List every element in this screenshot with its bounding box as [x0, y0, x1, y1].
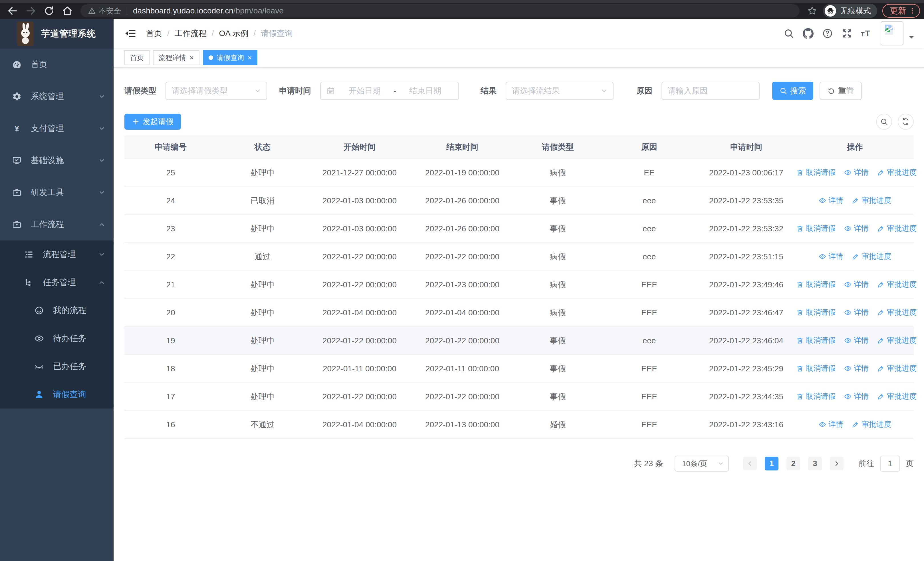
action-detail[interactable]: 详情 [844, 279, 868, 289]
action-detail[interactable]: 详情 [844, 223, 868, 233]
page-button-2[interactable]: 2 [786, 457, 800, 471]
security-chip[interactable]: 不安全 [88, 6, 121, 16]
cell-reason: EE [602, 159, 696, 187]
cell-actions: 取消请假详情审批进度 [796, 383, 914, 411]
cell-type: 病假 [514, 159, 602, 187]
breadcrumb-item[interactable]: OA 示例 [219, 28, 249, 39]
url-bar[interactable]: 不安全 dashboard.yudao.iocoder.cn/bpm/oa/le… [81, 4, 800, 17]
search-button[interactable]: 搜索 [772, 82, 813, 100]
tab-0[interactable]: 首页 [124, 50, 150, 65]
reload-icon[interactable] [44, 5, 55, 17]
action-progress[interactable]: 审批进度 [877, 307, 916, 317]
sidebar-item-done-task[interactable]: 已办任务 [0, 352, 114, 381]
action-progress[interactable]: 审批进度 [877, 363, 916, 373]
logo-avatar [17, 22, 34, 46]
sidebar-item-process-mgmt[interactable]: 流程管理 [0, 241, 114, 269]
forward-icon[interactable] [25, 5, 36, 17]
avatar[interactable] [880, 21, 903, 45]
action-detail[interactable]: 详情 [844, 307, 868, 317]
action-progress[interactable]: 审批进度 [877, 167, 916, 177]
breadcrumb-item[interactable]: 工作流程 [175, 28, 207, 39]
home-icon[interactable] [62, 5, 73, 17]
action-detail[interactable]: 详情 [819, 196, 843, 205]
action-progress[interactable]: 审批进度 [852, 419, 891, 429]
cell-reason: eee [602, 187, 696, 215]
sidebar-item-workflow[interactable]: 工作流程 [0, 209, 114, 241]
help-icon[interactable] [818, 24, 837, 43]
chevron-down-icon[interactable] [908, 33, 915, 41]
date-range-picker[interactable]: 开始日期 - 结束日期 [320, 82, 459, 100]
sidebar-item-payment[interactable]: ¥支付管理 [0, 113, 114, 144]
page-button-1[interactable]: 1 [765, 457, 778, 471]
update-button[interactable]: 更新 [882, 4, 920, 18]
action-detail[interactable]: 详情 [844, 363, 868, 373]
refresh-table-button[interactable] [898, 114, 914, 130]
eye-icon [819, 197, 826, 204]
action-cancel[interactable]: 取消请假 [796, 307, 836, 317]
font-size-icon[interactable]: TT [856, 24, 876, 43]
create-leave-button[interactable]: 发起请假 [124, 114, 181, 130]
next-page-button[interactable] [830, 457, 843, 471]
action-progress[interactable]: 审批进度 [852, 251, 891, 261]
end-date-placeholder[interactable]: 结束日期 [398, 86, 453, 96]
action-detail[interactable]: 详情 [819, 419, 843, 429]
start-date-placeholder[interactable]: 开始日期 [337, 86, 392, 96]
prev-page-button[interactable] [743, 457, 757, 471]
close-icon[interactable]: × [248, 54, 252, 62]
sidebar-collapse-icon[interactable] [124, 27, 136, 39]
cell-actions: 取消请假详情审批进度 [796, 299, 914, 327]
breadcrumb-item[interactable]: 首页 [146, 28, 162, 39]
action-progress[interactable]: 审批进度 [877, 335, 916, 345]
action-detail[interactable]: 详情 [844, 335, 868, 345]
action-cancel[interactable]: 取消请假 [796, 223, 836, 233]
leave-type-select[interactable]: 请选择请假类型 [165, 82, 267, 100]
back-icon[interactable] [7, 5, 18, 17]
action-progress[interactable]: 审批进度 [852, 196, 891, 205]
sidebar-item-infra[interactable]: 基础设施 [0, 144, 114, 176]
action-progress[interactable]: 审批进度 [877, 223, 916, 233]
browser-menu-icon[interactable] [909, 7, 916, 15]
toggle-search-button[interactable] [876, 114, 892, 130]
leave-type-label: 请假类型 [124, 86, 156, 96]
action-cancel[interactable]: 取消请假 [796, 167, 836, 177]
github-icon[interactable] [798, 24, 818, 43]
reason-input[interactable] [668, 86, 754, 95]
page-size-select[interactable]: 10条/页 [675, 456, 729, 472]
goto-page-input[interactable] [880, 456, 900, 472]
sidebar-item-devtools[interactable]: 研发工具 [0, 176, 114, 209]
pagination-total: 共 23 条 [634, 458, 663, 469]
action-cancel[interactable]: 取消请假 [796, 335, 836, 345]
sidebar-item-todo-task[interactable]: 待办任务 [0, 325, 114, 352]
cell-start: 2022-01-22 00:00:00 [308, 243, 411, 271]
cell-start: 2022-01-03 00:00:00 [308, 215, 411, 243]
action-progress[interactable]: 审批进度 [877, 279, 916, 289]
action-detail[interactable]: 详情 [844, 167, 868, 177]
pen-icon [852, 253, 859, 260]
eye-closed-icon [34, 362, 44, 371]
sidebar-item-my-process[interactable]: 我的流程 [0, 296, 114, 325]
chevron-down-icon [600, 87, 608, 95]
page-button-3[interactable]: 3 [808, 457, 822, 471]
app-logo[interactable]: 芋道管理系统 [0, 19, 114, 48]
close-icon[interactable]: × [189, 54, 194, 62]
sidebar-item-task-mgmt[interactable]: 任务管理 [0, 269, 114, 296]
sidebar-item-home[interactable]: 首页 [0, 48, 114, 81]
result-select[interactable]: 请选择流结果 [506, 82, 614, 100]
url-divider [127, 7, 127, 15]
warning-icon [88, 7, 96, 15]
bookmark-star-icon[interactable] [807, 6, 817, 16]
action-cancel[interactable]: 取消请假 [796, 279, 836, 289]
header-search-icon[interactable] [779, 24, 798, 43]
action-cancel[interactable]: 取消请假 [796, 363, 836, 373]
chevron-up-icon [98, 221, 106, 228]
tab-2[interactable]: 请假查询× [203, 50, 257, 65]
action-progress[interactable]: 审批进度 [877, 391, 916, 401]
sidebar-item-leave-query[interactable]: 请假查询 [0, 381, 114, 409]
sidebar-item-system[interactable]: 系统管理 [0, 81, 114, 113]
action-detail[interactable]: 详情 [819, 251, 843, 261]
action-cancel[interactable]: 取消请假 [796, 391, 836, 401]
tab-1[interactable]: 流程详情× [153, 50, 200, 65]
reset-button[interactable]: 重置 [819, 82, 862, 100]
action-detail[interactable]: 详情 [844, 391, 868, 401]
fullscreen-icon[interactable] [837, 24, 856, 43]
